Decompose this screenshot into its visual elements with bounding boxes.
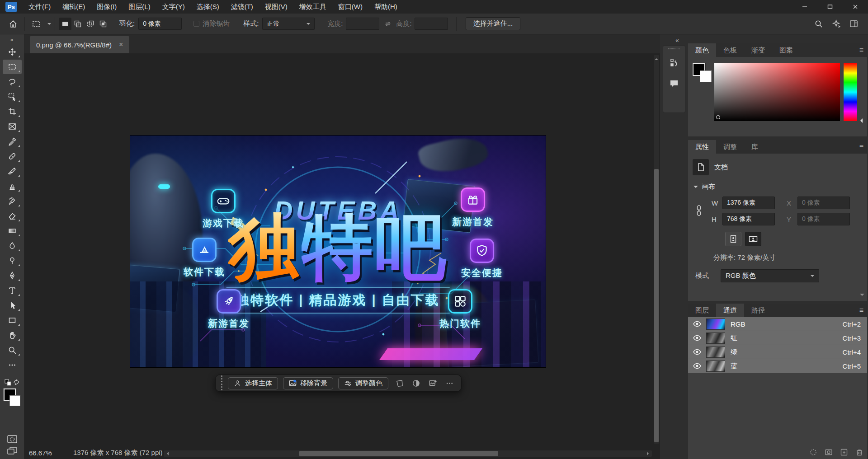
- width-input[interactable]: [346, 18, 379, 30]
- tab-gradients[interactable]: 渐变: [744, 43, 772, 57]
- tab-properties[interactable]: 属性: [688, 140, 716, 154]
- zoom-level-field[interactable]: 66.67%: [29, 449, 69, 457]
- canvas-area[interactable]: DUTEBA 独特吧 独特软件 | 精品游戏 | 自由下载 游戏下载 软件下载: [24, 53, 660, 459]
- hand-tool[interactable]: [3, 328, 22, 342]
- frame-tool[interactable]: [3, 119, 22, 134]
- path-selection-tool[interactable]: [3, 298, 22, 313]
- channel-row-blue[interactable]: 蓝 Ctrl+5: [688, 359, 867, 373]
- adjustment-contrast-icon[interactable]: [410, 377, 422, 389]
- select-subject-button[interactable]: 选择主体: [228, 377, 278, 389]
- menu-type[interactable]: 文字(Y): [156, 0, 191, 14]
- menu-window[interactable]: 窗口(W): [332, 0, 368, 14]
- canvas-section-header[interactable]: 画布: [693, 183, 867, 191]
- swap-colors-icon[interactable]: [13, 379, 20, 386]
- portrait-orientation-button[interactable]: [725, 232, 741, 246]
- history-panel-icon[interactable]: [666, 55, 682, 71]
- screen-mode-icon[interactable]: [7, 447, 17, 455]
- hue-slider[interactable]: [844, 63, 857, 121]
- pen-tool[interactable]: [3, 268, 22, 283]
- dodge-tool[interactable]: [3, 253, 22, 268]
- menu-file[interactable]: 文件(F): [23, 0, 57, 14]
- delete-channel-icon[interactable]: [855, 448, 863, 456]
- panel-menu-icon[interactable]: ≡: [859, 46, 863, 54]
- scroll-left-arrow[interactable]: [165, 452, 169, 455]
- history-brush-tool[interactable]: [3, 194, 22, 208]
- color-mode-select[interactable]: RGB 颜色: [721, 269, 819, 282]
- document-image[interactable]: DUTEBA 独特吧 独特软件 | 精品游戏 | 自由下载 游戏下载 软件下载: [130, 136, 546, 367]
- select-and-mask-button[interactable]: 选择并遮住...: [466, 17, 521, 30]
- default-colors-icon[interactable]: [5, 379, 11, 386]
- gradient-tool[interactable]: [3, 224, 22, 238]
- taskbar-drag-handle[interactable]: [221, 375, 223, 391]
- eraser-tool[interactable]: [3, 209, 22, 223]
- quick-mask-icon[interactable]: [7, 435, 17, 443]
- workspace-icon[interactable]: [849, 19, 858, 28]
- brush-tool[interactable]: [3, 164, 22, 178]
- scroll-right-arrow[interactable]: [647, 452, 651, 455]
- tab-libraries[interactable]: 库: [744, 140, 765, 154]
- vertical-scrollbar-thumb[interactable]: [654, 169, 659, 442]
- tab-swatches[interactable]: 色板: [716, 43, 744, 57]
- saturation-brightness-field[interactable]: [714, 63, 840, 121]
- feather-input[interactable]: 0 像素: [138, 18, 182, 30]
- zoom-tool[interactable]: [3, 343, 22, 357]
- menu-view[interactable]: 视图(V): [259, 0, 293, 14]
- vertical-scrollbar[interactable]: [654, 55, 659, 444]
- add-to-selection-icon[interactable]: [71, 18, 84, 30]
- maximize-icon[interactable]: [817, 0, 843, 14]
- landscape-orientation-button[interactable]: [745, 232, 761, 246]
- new-selection-icon[interactable]: [59, 18, 71, 30]
- intersect-selection-icon[interactable]: [97, 18, 109, 30]
- rectangular-marquee-tool[interactable]: [3, 60, 22, 74]
- tab-patterns[interactable]: 图案: [772, 43, 800, 57]
- subtract-from-selection-icon[interactable]: [84, 18, 97, 30]
- scroll-up-arrow[interactable]: [655, 56, 658, 60]
- edit-toolbar-icon[interactable]: [3, 358, 22, 372]
- home-icon[interactable]: [5, 17, 21, 31]
- color-picker-marker[interactable]: [716, 115, 720, 119]
- channel-row-rgb[interactable]: RGB Ctrl+2: [688, 317, 867, 331]
- background-color-swatch[interactable]: [9, 395, 20, 406]
- minimize-icon[interactable]: [792, 0, 817, 14]
- height-input[interactable]: [415, 18, 448, 30]
- object-selection-tool[interactable]: [3, 89, 22, 104]
- antialias-checkbox[interactable]: [193, 21, 199, 27]
- panel-menu-icon[interactable]: ≡: [859, 306, 863, 314]
- clone-stamp-tool[interactable]: [3, 179, 22, 193]
- type-tool[interactable]: [3, 283, 22, 298]
- strip-grip[interactable]: [668, 48, 680, 50]
- visibility-eye-icon[interactable]: [688, 321, 706, 327]
- background-color-swatch[interactable]: [700, 70, 712, 82]
- document-tab[interactable]: 0.png @ 66.7%(RGB/8#) ×: [30, 36, 129, 53]
- eyedropper-tool[interactable]: [3, 134, 22, 149]
- constrain-link-icon[interactable]: [695, 205, 703, 216]
- healing-brush-tool[interactable]: [3, 149, 22, 164]
- horizontal-scrollbar[interactable]: [164, 450, 652, 457]
- canvas-width-input[interactable]: 1376 像素: [722, 197, 775, 209]
- menu-layer[interactable]: 图层(L): [123, 0, 156, 14]
- crop-tool[interactable]: [3, 104, 22, 119]
- search-icon[interactable]: [814, 19, 823, 28]
- visibility-eye-icon[interactable]: [688, 349, 706, 355]
- channel-row-red[interactable]: 红 Ctrl+3: [688, 331, 867, 345]
- close-icon[interactable]: [843, 0, 868, 14]
- generate-image-icon[interactable]: [427, 377, 439, 389]
- remove-background-button[interactable]: 移除背景: [283, 377, 333, 389]
- menu-edit[interactable]: 编辑(E): [57, 0, 91, 14]
- panel-menu-icon[interactable]: ≡: [859, 143, 863, 151]
- save-selection-icon[interactable]: [825, 448, 833, 456]
- menu-plugins[interactable]: 增效工具: [293, 0, 332, 14]
- swap-dimensions-icon[interactable]: [382, 17, 394, 31]
- tab-adjustments[interactable]: 调整: [716, 140, 744, 154]
- lasso-tool[interactable]: [3, 75, 22, 89]
- new-channel-icon[interactable]: [840, 448, 848, 456]
- style-select[interactable]: 正常: [262, 18, 315, 30]
- transform-icon[interactable]: [393, 377, 405, 389]
- rectangle-tool[interactable]: [3, 313, 22, 328]
- canvas-x-input[interactable]: 0 像素: [797, 197, 850, 209]
- menu-image[interactable]: 图像(I): [91, 0, 123, 14]
- tab-paths[interactable]: 路径: [744, 304, 772, 317]
- collapse-panels-icon[interactable]: «: [675, 37, 679, 44]
- blur-tool[interactable]: [3, 239, 22, 253]
- horizontal-scrollbar-thumb[interactable]: [299, 451, 498, 456]
